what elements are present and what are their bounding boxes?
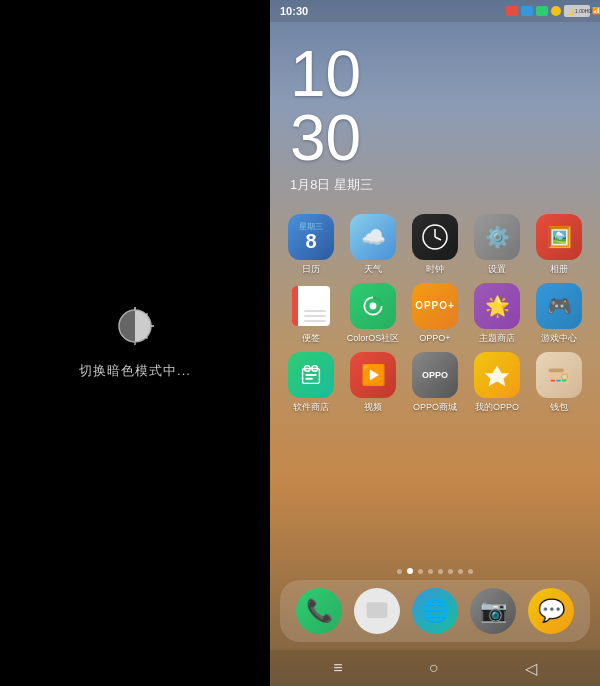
dot-6: [448, 569, 453, 574]
svg-marker-16: [485, 365, 509, 386]
app-notes-label: 便签: [302, 333, 320, 344]
dock-phone[interactable]: 📞: [296, 588, 342, 634]
app-weather[interactable]: ☁️ 天气: [345, 214, 401, 275]
app-row-2: 便签 ColorOS社区 OPPO+ OPPO+ 🌟: [280, 283, 590, 344]
nav-back-btn[interactable]: ◁: [525, 659, 537, 678]
app-myoppo-label: 我的OPPO: [475, 402, 519, 413]
svg-rect-22: [562, 379, 567, 381]
dark-mode-label: 切换暗色模式中...: [79, 362, 191, 380]
dock-camera[interactable]: 📷: [470, 588, 516, 634]
app-calendar-label: 日历: [302, 264, 320, 275]
dock-sms[interactable]: 💬: [528, 588, 574, 634]
app-oppostore-label: OPPO商城: [413, 402, 457, 413]
app-weather-label: 天气: [364, 264, 382, 275]
app-wallet-label: 钱包: [550, 402, 568, 413]
app-row-1: 星期三 8 日历 ☁️ 天气 时钟: [280, 214, 590, 275]
dock: 📞 🌐 📷 💬: [280, 580, 590, 642]
app-settings-label: 设置: [488, 264, 506, 275]
svg-line-8: [435, 237, 441, 240]
svg-rect-21: [556, 379, 561, 381]
dot-7: [458, 569, 463, 574]
notif-yellow: [551, 6, 561, 16]
app-row-3: 软件商店 ▶️ 视频 OPPO OPPO商城 我的OPPO: [280, 352, 590, 413]
dot-8: [468, 569, 473, 574]
app-calendar[interactable]: 星期三 8 日历: [283, 214, 339, 275]
dock-browser[interactable]: 🌐: [412, 588, 458, 634]
app-game-label: 游戏中心: [541, 333, 577, 344]
app-store[interactable]: 软件商店: [283, 352, 339, 413]
clock-section: 10 30 1月8日 星期三: [270, 22, 600, 204]
svg-point-10: [370, 302, 377, 309]
svg-rect-20: [551, 379, 556, 381]
app-theme-label: 主题商店: [479, 333, 515, 344]
dark-mode-panel: 切换暗色模式中...: [0, 0, 270, 686]
app-game[interactable]: 🎮 游戏中心: [531, 283, 587, 344]
notif-blue: [521, 6, 533, 16]
app-video[interactable]: ▶️ 视频: [345, 352, 401, 413]
app-notes[interactable]: 便签: [283, 283, 339, 344]
notif-green: [536, 6, 548, 16]
app-store-label: 软件商店: [293, 402, 329, 413]
nav-bar: ≡ ○ ◁: [270, 650, 600, 686]
app-myoppo[interactable]: 我的OPPO: [469, 352, 525, 413]
clock-minute: 30: [290, 106, 580, 170]
app-photos[interactable]: 🖼️ 相册: [531, 214, 587, 275]
status-bar: 10:30 🌙 1.00 HD 📶 🔋: [270, 0, 600, 22]
svg-rect-15: [305, 377, 312, 379]
status-icons: 🌙 1.00 HD 📶 🔋: [506, 5, 590, 17]
svg-rect-14: [305, 374, 316, 376]
clock-hour: 10: [290, 42, 580, 106]
app-oppostore[interactable]: OPPO OPPO商城: [407, 352, 463, 413]
app-coloros-label: ColorOS社区: [347, 333, 400, 344]
app-coloros[interactable]: ColorOS社区: [345, 283, 401, 344]
dock-row: 📞 🌐 📷 💬: [290, 588, 580, 634]
svg-rect-18: [549, 368, 564, 372]
notif-red: [506, 6, 518, 16]
dark-mode-icon: [115, 306, 155, 346]
app-grid: 星期三 8 日历 ☁️ 天气 时钟: [270, 204, 600, 562]
svg-rect-19: [562, 374, 568, 380]
dot-4: [428, 569, 433, 574]
app-clock-label: 时钟: [426, 264, 444, 275]
app-settings[interactable]: ⚙️ 设置: [469, 214, 525, 275]
clock-date: 1月8日 星期三: [290, 176, 580, 194]
nav-menu-btn[interactable]: ≡: [333, 659, 342, 677]
dot-2-active: [407, 568, 413, 574]
dock-messages[interactable]: [354, 588, 400, 634]
status-time: 10:30: [280, 5, 308, 17]
app-oppoplus-label: OPPO+: [419, 333, 450, 344]
dot-1: [397, 569, 402, 574]
app-photos-label: 相册: [550, 264, 568, 275]
dot-5: [438, 569, 443, 574]
app-wallet[interactable]: 钱包: [531, 352, 587, 413]
page-dots: [270, 562, 600, 580]
app-oppoplus[interactable]: OPPO+ OPPO+: [407, 283, 463, 344]
app-video-label: 视频: [364, 402, 382, 413]
status-right-group: 🌙 1.00 HD 📶 🔋: [564, 5, 590, 17]
app-theme[interactable]: 🌟 主题商店: [469, 283, 525, 344]
phone-screen: 10:30 🌙 1.00 HD 📶 🔋 10 30 1月8日 星期三: [270, 0, 600, 686]
dot-3: [418, 569, 423, 574]
app-clock[interactable]: 时钟: [407, 214, 463, 275]
nav-home-btn[interactable]: ○: [429, 659, 439, 677]
